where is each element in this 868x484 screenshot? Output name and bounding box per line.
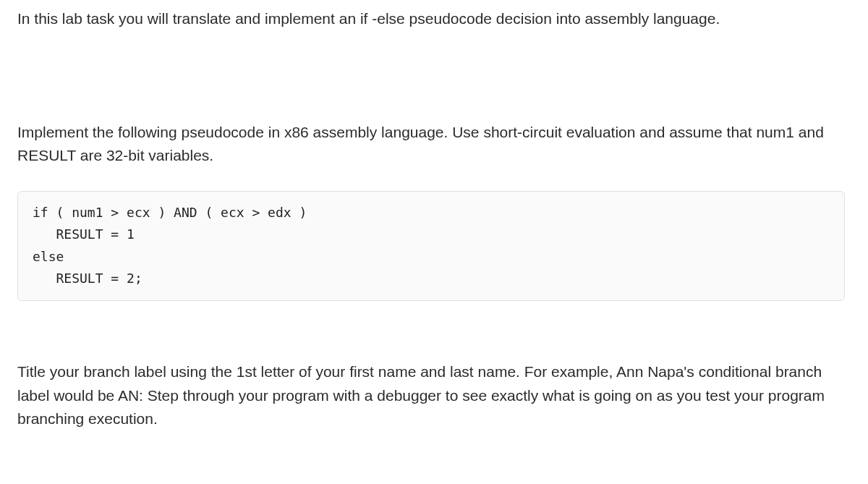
footer-paragraph: Title your branch label using the 1st le…	[17, 360, 851, 431]
pseudocode-block: if ( num1 > ecx ) AND ( ecx > edx ) RESU…	[17, 191, 845, 301]
spacer	[17, 35, 851, 121]
spacer	[17, 172, 851, 191]
instructions-paragraph: Implement the following pseudocode in x8…	[17, 121, 851, 168]
intro-paragraph: In this lab task you will translate and …	[17, 7, 851, 31]
spacer	[17, 301, 851, 360]
